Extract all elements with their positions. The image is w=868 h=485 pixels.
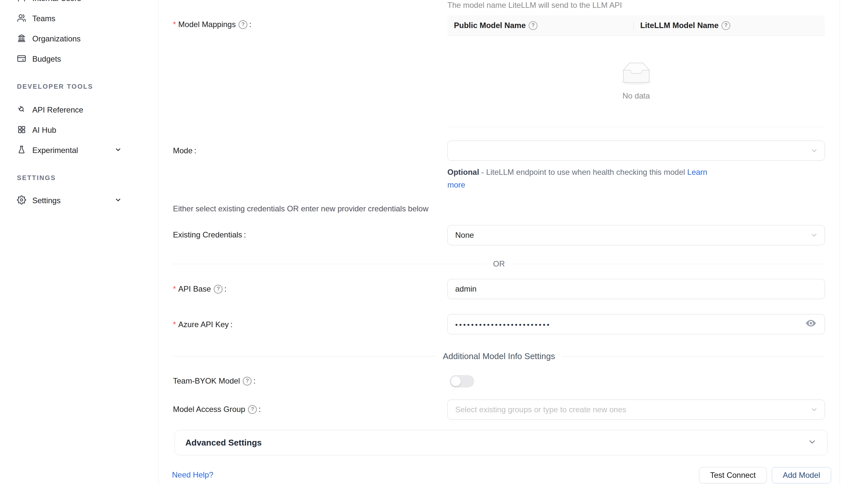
additional-settings-divider: Additional Model Info Settings bbox=[173, 351, 825, 361]
sidebar-item-label: Experimental bbox=[32, 146, 78, 155]
grid-icon bbox=[17, 125, 26, 135]
sidebar-nav-list: Internal Users Teams Organizations Budge… bbox=[0, 0, 158, 211]
users-icon bbox=[17, 13, 26, 24]
sidebar-item-organizations[interactable]: Organizations bbox=[0, 29, 158, 49]
sidebar-item-label: API Reference bbox=[32, 105, 83, 115]
mode-select[interactable] bbox=[447, 140, 825, 161]
api-base-input[interactable] bbox=[447, 279, 825, 299]
help-icon[interactable]: ? bbox=[243, 377, 252, 386]
additional-divider-text: Additional Model Info Settings bbox=[443, 351, 555, 361]
gear-icon bbox=[17, 195, 26, 206]
credentials-note: Either select existing credentials OR en… bbox=[173, 204, 429, 213]
required-asterisk: * bbox=[173, 320, 176, 329]
add-model-page: Internal Users Teams Organizations Budge… bbox=[0, 0, 868, 485]
or-divider-text: OR bbox=[493, 259, 505, 268]
masked-password-value: •••••••••••••••••••••••• bbox=[455, 321, 551, 329]
help-icon[interactable]: ? bbox=[214, 285, 222, 294]
sidebar-item-budgets[interactable]: Budgets bbox=[0, 49, 158, 69]
no-data-text: No data bbox=[618, 91, 654, 100]
required-asterisk: * bbox=[173, 20, 176, 29]
or-divider: OR bbox=[173, 259, 825, 268]
chevron-down-icon bbox=[810, 406, 818, 414]
empty-inbox-icon bbox=[618, 63, 654, 86]
table-header-litellm-model-name: LiteLLM Model Name ? bbox=[634, 21, 825, 30]
select-placeholder: Select existing groups or type to create… bbox=[455, 405, 626, 414]
sidebar-item-teams[interactable]: Teams bbox=[0, 8, 158, 29]
sidebar-item-internal-users[interactable]: Internal Users bbox=[0, 0, 158, 8]
empty-state: No data bbox=[618, 63, 654, 100]
user-icon bbox=[17, 0, 26, 4]
help-icon[interactable]: ? bbox=[529, 21, 537, 30]
sidebar: Internal Users Teams Organizations Budge… bbox=[0, 0, 159, 485]
sidebar-item-settings[interactable]: Settings bbox=[0, 191, 158, 211]
advanced-settings-title: Advanced Settings bbox=[185, 438, 262, 448]
mode-label: Mode : bbox=[173, 146, 196, 156]
sidebar-item-api-reference[interactable]: API Reference bbox=[0, 100, 158, 120]
mode-help-text: Optional - LiteLLM endpoint to use when … bbox=[447, 166, 712, 191]
help-icon[interactable]: ? bbox=[721, 21, 730, 30]
team-byok-label: Team-BYOK Model ? : bbox=[173, 376, 255, 386]
bank-icon bbox=[17, 34, 26, 44]
selected-value: None bbox=[455, 231, 474, 240]
sidebar-section-settings: SETTINGS bbox=[0, 174, 158, 182]
table-header-public-model-name: Public Model Name ? bbox=[447, 21, 633, 30]
sidebar-item-label: Organizations bbox=[32, 34, 81, 43]
chevron-down-icon bbox=[810, 231, 818, 239]
content-right-border bbox=[840, 0, 840, 485]
azure-api-key-input[interactable]: •••••••••••••••••••••••• bbox=[447, 314, 825, 334]
help-icon[interactable]: ? bbox=[239, 20, 247, 29]
flask-icon bbox=[17, 145, 26, 156]
api-plug-icon bbox=[17, 105, 26, 115]
chevron-down-icon[interactable] bbox=[115, 146, 122, 155]
sidebar-item-label: AI Hub bbox=[32, 126, 56, 135]
sidebar-section-developer-tools: DEVELOPER TOOLS bbox=[0, 83, 158, 90]
credit-card-icon bbox=[17, 54, 26, 64]
sidebar-item-label: Internal Users bbox=[32, 0, 81, 3]
sidebar-item-ai-hub[interactable]: AI Hub bbox=[0, 120, 158, 140]
need-help-link[interactable]: Need Help? bbox=[172, 470, 213, 480]
toggle-knob bbox=[451, 377, 461, 386]
sidebar-item-label: Teams bbox=[32, 14, 56, 23]
test-connect-button[interactable]: Test Connect bbox=[699, 467, 767, 483]
table-body-empty: No data bbox=[447, 36, 825, 127]
sidebar-item-label: Settings bbox=[32, 196, 61, 205]
existing-credentials-select[interactable]: None bbox=[447, 225, 825, 245]
table-header-row: Public Model Name ? LiteLLM Model Name ? bbox=[447, 15, 825, 36]
existing-credentials-label: Existing Credentials : bbox=[173, 230, 246, 240]
team-byok-toggle[interactable] bbox=[450, 375, 474, 387]
model-name-note: The model name LiteLLM will send to the … bbox=[447, 1, 622, 10]
model-mappings-label: * Model Mappings ? : bbox=[173, 19, 251, 30]
required-asterisk: * bbox=[173, 284, 176, 294]
model-mappings-table: Public Model Name ? LiteLLM Model Name ?… bbox=[447, 15, 825, 127]
chevron-down-icon bbox=[810, 147, 818, 155]
api-base-label: * API Base ? : bbox=[173, 284, 226, 294]
chevron-down-icon bbox=[808, 438, 817, 448]
advanced-settings-panel[interactable]: Advanced Settings bbox=[175, 430, 828, 455]
chevron-down-icon[interactable] bbox=[115, 196, 122, 205]
eye-icon[interactable] bbox=[805, 317, 817, 331]
sidebar-item-label: Budgets bbox=[32, 55, 61, 64]
sidebar-item-experimental[interactable]: Experimental bbox=[0, 140, 158, 160]
add-model-button[interactable]: Add Model bbox=[772, 467, 831, 483]
model-access-group-select[interactable]: Select existing groups or type to create… bbox=[447, 399, 825, 420]
azure-api-key-label: * Azure API Key : bbox=[173, 319, 232, 330]
model-access-group-label: Model Access Group ? : bbox=[173, 404, 261, 415]
help-icon[interactable]: ? bbox=[248, 405, 257, 414]
